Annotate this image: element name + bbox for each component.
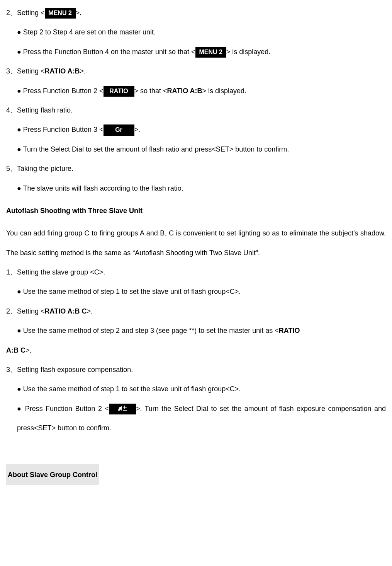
step3-bold: RATIO A:B	[45, 67, 80, 75]
cstep1-line: 1、Setting the slave group <C>.	[6, 263, 386, 282]
step3-b1-mid: > so that <	[134, 87, 167, 95]
step2-line: 2、Setting <MENU 2>.	[6, 3, 386, 22]
cstep3-b2-pre: ● Press Function Button 2 <	[17, 405, 109, 413]
step4-line: 4、Setting flash ratio.	[6, 101, 386, 120]
cstep2-line: 2、Setting <RATIO A:B C>.	[6, 302, 386, 321]
step4-b1-post: >.	[134, 126, 141, 133]
step4-bullet1: ● Press Function Button 3 <Gr>.	[6, 120, 386, 139]
cstep2-b1-bold1: RATIO	[279, 327, 300, 334]
cstep3-bullet1: ● Use the same method of step 1 to set t…	[6, 379, 386, 399]
step3-line: 3、Setting <RATIO A:B>.	[6, 61, 386, 81]
svg-marker-0	[118, 406, 122, 411]
gr-icon: Gr	[104, 124, 134, 135]
step3-b1-pre: ● Press Function Button 2 <	[17, 87, 104, 95]
cstep2-b1-post: >.	[25, 346, 32, 354]
cstep2-b1-pre: ● Use the same method of step 2 and step…	[17, 327, 279, 334]
step3-post: >.	[80, 67, 86, 75]
svg-rect-3	[123, 410, 127, 411]
step2-bullet2: ● Press the Function Button 4 on the mas…	[6, 42, 386, 61]
ratio-icon: RATIO	[104, 86, 134, 97]
step4-b1-pre: ● Press Function Button 3 <	[17, 126, 104, 133]
step2-pre: 2、Setting <	[6, 9, 45, 17]
step2-bullet1: ● Step 2 to Step 4 are set on the master…	[6, 22, 386, 42]
step4-bullet2: ● Turn the Select Dial to set the amount…	[6, 140, 386, 159]
step3-b1-bold: RATIO A:B	[167, 87, 202, 95]
step2-b2-pre: ● Press the Function Button 4 on the mas…	[17, 48, 195, 56]
cstep2-b1-bold2: A:B C	[6, 346, 25, 354]
cstep2-post: >.	[87, 307, 93, 315]
step3-pre: 3、Setting <	[6, 67, 45, 75]
step2-b2-post: > is displayed.	[226, 48, 271, 56]
three-slave-heading: Autoflash Shooting with Three Slave Unit	[6, 201, 386, 220]
svg-rect-2	[124, 406, 125, 409]
cstep2-bold: RATIO A:B C	[45, 307, 87, 315]
menu2-icon: MENU 2	[195, 47, 226, 58]
step5-line: 5、Taking the picture.	[6, 159, 386, 178]
step3-b1-post: > is displayed.	[202, 87, 247, 95]
exposure-comp-icon	[109, 404, 136, 414]
cstep2-pre: 2、Setting <	[6, 307, 45, 315]
cstep3-bullet2: ● Press Function Button 2 <>. Turn the S…	[6, 399, 386, 438]
cstep3-line: 3、Setting flash exposure compensation.	[6, 360, 386, 379]
cstep2-bullet1: ● Use the same method of step 2 and step…	[6, 321, 386, 360]
three-slave-intro: You can add firing group C to firing gro…	[6, 223, 386, 263]
slave-group-control-heading: About Slave Group Control	[6, 464, 99, 485]
step2-post: >.	[76, 9, 82, 17]
step3-bullet1: ● Press Function Button 2 <RATIO> so tha…	[6, 81, 386, 101]
cstep1-bullet1: ● Use the same method of step 1 to set t…	[6, 282, 386, 301]
step5-bullet1: ● The slave units will flash according t…	[6, 179, 386, 198]
menu2-icon: MENU 2	[45, 8, 76, 19]
